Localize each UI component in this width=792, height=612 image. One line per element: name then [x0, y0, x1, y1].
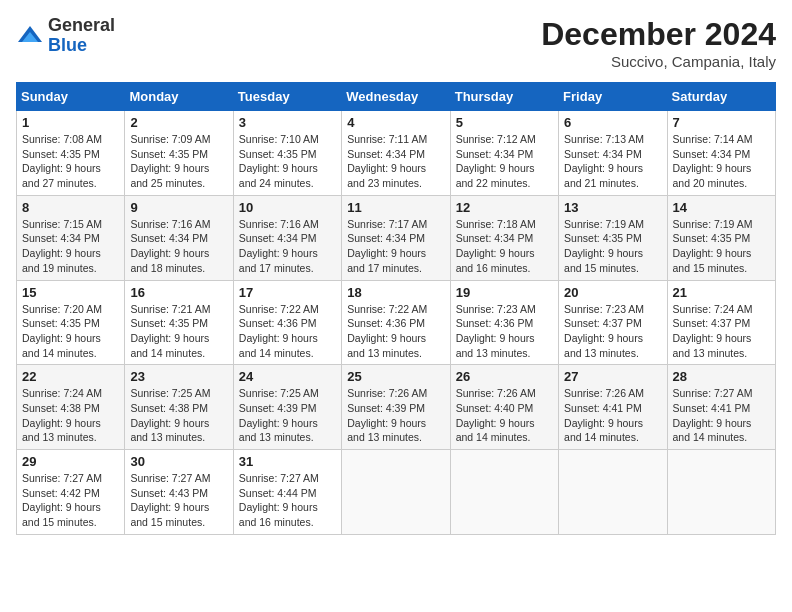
- day-info: Sunrise: 7:22 AMSunset: 4:36 PMDaylight:…: [347, 302, 444, 361]
- day-number: 7: [673, 115, 770, 130]
- calendar-cell: 5Sunrise: 7:12 AMSunset: 4:34 PMDaylight…: [450, 111, 558, 196]
- day-info: Sunrise: 7:26 AMSunset: 4:41 PMDaylight:…: [564, 386, 661, 445]
- day-info: Sunrise: 7:13 AMSunset: 4:34 PMDaylight:…: [564, 132, 661, 191]
- day-info: Sunrise: 7:16 AMSunset: 4:34 PMDaylight:…: [239, 217, 336, 276]
- day-info: Sunrise: 7:24 AMSunset: 4:37 PMDaylight:…: [673, 302, 770, 361]
- page-header: General Blue December 2024 Succivo, Camp…: [16, 16, 776, 70]
- calendar-cell: 4Sunrise: 7:11 AMSunset: 4:34 PMDaylight…: [342, 111, 450, 196]
- day-number: 20: [564, 285, 661, 300]
- day-number: 15: [22, 285, 119, 300]
- day-info: Sunrise: 7:10 AMSunset: 4:35 PMDaylight:…: [239, 132, 336, 191]
- day-info: Sunrise: 7:25 AMSunset: 4:39 PMDaylight:…: [239, 386, 336, 445]
- day-number: 21: [673, 285, 770, 300]
- calendar-cell: 26Sunrise: 7:26 AMSunset: 4:40 PMDayligh…: [450, 365, 558, 450]
- day-number: 2: [130, 115, 227, 130]
- title-block: December 2024 Succivo, Campania, Italy: [541, 16, 776, 70]
- day-number: 13: [564, 200, 661, 215]
- day-number: 3: [239, 115, 336, 130]
- weekday-header-wednesday: Wednesday: [342, 83, 450, 111]
- day-info: Sunrise: 7:15 AMSunset: 4:34 PMDaylight:…: [22, 217, 119, 276]
- weekday-header-thursday: Thursday: [450, 83, 558, 111]
- calendar-cell: 17Sunrise: 7:22 AMSunset: 4:36 PMDayligh…: [233, 280, 341, 365]
- calendar-cell: 14Sunrise: 7:19 AMSunset: 4:35 PMDayligh…: [667, 195, 775, 280]
- logo: General Blue: [16, 16, 115, 56]
- day-number: 18: [347, 285, 444, 300]
- day-info: Sunrise: 7:17 AMSunset: 4:34 PMDaylight:…: [347, 217, 444, 276]
- day-number: 6: [564, 115, 661, 130]
- day-number: 8: [22, 200, 119, 215]
- day-number: 25: [347, 369, 444, 384]
- calendar-cell: 7Sunrise: 7:14 AMSunset: 4:34 PMDaylight…: [667, 111, 775, 196]
- calendar-cell: 2Sunrise: 7:09 AMSunset: 4:35 PMDaylight…: [125, 111, 233, 196]
- page-title: December 2024: [541, 16, 776, 53]
- day-info: Sunrise: 7:19 AMSunset: 4:35 PMDaylight:…: [564, 217, 661, 276]
- day-info: Sunrise: 7:08 AMSunset: 4:35 PMDaylight:…: [22, 132, 119, 191]
- day-number: 9: [130, 200, 227, 215]
- logo-icon: [16, 22, 44, 50]
- calendar-cell: 20Sunrise: 7:23 AMSunset: 4:37 PMDayligh…: [559, 280, 667, 365]
- day-info: Sunrise: 7:21 AMSunset: 4:35 PMDaylight:…: [130, 302, 227, 361]
- day-number: 4: [347, 115, 444, 130]
- calendar-cell: 23Sunrise: 7:25 AMSunset: 4:38 PMDayligh…: [125, 365, 233, 450]
- calendar-cell: 13Sunrise: 7:19 AMSunset: 4:35 PMDayligh…: [559, 195, 667, 280]
- day-info: Sunrise: 7:27 AMSunset: 4:42 PMDaylight:…: [22, 471, 119, 530]
- calendar-cell: 8Sunrise: 7:15 AMSunset: 4:34 PMDaylight…: [17, 195, 125, 280]
- calendar-cell: 24Sunrise: 7:25 AMSunset: 4:39 PMDayligh…: [233, 365, 341, 450]
- day-info: Sunrise: 7:20 AMSunset: 4:35 PMDaylight:…: [22, 302, 119, 361]
- calendar-cell: [342, 450, 450, 535]
- day-info: Sunrise: 7:27 AMSunset: 4:41 PMDaylight:…: [673, 386, 770, 445]
- calendar-cell: 18Sunrise: 7:22 AMSunset: 4:36 PMDayligh…: [342, 280, 450, 365]
- calendar-cell: 16Sunrise: 7:21 AMSunset: 4:35 PMDayligh…: [125, 280, 233, 365]
- day-info: Sunrise: 7:23 AMSunset: 4:36 PMDaylight:…: [456, 302, 553, 361]
- day-info: Sunrise: 7:26 AMSunset: 4:39 PMDaylight:…: [347, 386, 444, 445]
- weekday-header-sunday: Sunday: [17, 83, 125, 111]
- page-subtitle: Succivo, Campania, Italy: [541, 53, 776, 70]
- calendar-cell: 30Sunrise: 7:27 AMSunset: 4:43 PMDayligh…: [125, 450, 233, 535]
- day-number: 5: [456, 115, 553, 130]
- day-info: Sunrise: 7:12 AMSunset: 4:34 PMDaylight:…: [456, 132, 553, 191]
- calendar-cell: 21Sunrise: 7:24 AMSunset: 4:37 PMDayligh…: [667, 280, 775, 365]
- day-number: 12: [456, 200, 553, 215]
- day-number: 19: [456, 285, 553, 300]
- day-number: 26: [456, 369, 553, 384]
- calendar-cell: 29Sunrise: 7:27 AMSunset: 4:42 PMDayligh…: [17, 450, 125, 535]
- day-number: 27: [564, 369, 661, 384]
- day-number: 24: [239, 369, 336, 384]
- weekday-header-tuesday: Tuesday: [233, 83, 341, 111]
- weekday-header-friday: Friday: [559, 83, 667, 111]
- day-info: Sunrise: 7:24 AMSunset: 4:38 PMDaylight:…: [22, 386, 119, 445]
- calendar-cell: 12Sunrise: 7:18 AMSunset: 4:34 PMDayligh…: [450, 195, 558, 280]
- calendar-cell: 11Sunrise: 7:17 AMSunset: 4:34 PMDayligh…: [342, 195, 450, 280]
- day-info: Sunrise: 7:11 AMSunset: 4:34 PMDaylight:…: [347, 132, 444, 191]
- calendar-cell: 19Sunrise: 7:23 AMSunset: 4:36 PMDayligh…: [450, 280, 558, 365]
- day-number: 29: [22, 454, 119, 469]
- calendar-cell: [667, 450, 775, 535]
- day-number: 28: [673, 369, 770, 384]
- calendar-cell: 3Sunrise: 7:10 AMSunset: 4:35 PMDaylight…: [233, 111, 341, 196]
- calendar-cell: 27Sunrise: 7:26 AMSunset: 4:41 PMDayligh…: [559, 365, 667, 450]
- calendar-cell: 22Sunrise: 7:24 AMSunset: 4:38 PMDayligh…: [17, 365, 125, 450]
- calendar: SundayMondayTuesdayWednesdayThursdayFrid…: [16, 82, 776, 535]
- day-info: Sunrise: 7:23 AMSunset: 4:37 PMDaylight:…: [564, 302, 661, 361]
- weekday-header-monday: Monday: [125, 83, 233, 111]
- calendar-cell: 25Sunrise: 7:26 AMSunset: 4:39 PMDayligh…: [342, 365, 450, 450]
- calendar-cell: 15Sunrise: 7:20 AMSunset: 4:35 PMDayligh…: [17, 280, 125, 365]
- day-info: Sunrise: 7:26 AMSunset: 4:40 PMDaylight:…: [456, 386, 553, 445]
- day-info: Sunrise: 7:18 AMSunset: 4:34 PMDaylight:…: [456, 217, 553, 276]
- day-info: Sunrise: 7:16 AMSunset: 4:34 PMDaylight:…: [130, 217, 227, 276]
- day-info: Sunrise: 7:27 AMSunset: 4:44 PMDaylight:…: [239, 471, 336, 530]
- calendar-cell: 31Sunrise: 7:27 AMSunset: 4:44 PMDayligh…: [233, 450, 341, 535]
- day-number: 23: [130, 369, 227, 384]
- day-number: 30: [130, 454, 227, 469]
- day-info: Sunrise: 7:27 AMSunset: 4:43 PMDaylight:…: [130, 471, 227, 530]
- day-number: 1: [22, 115, 119, 130]
- day-number: 31: [239, 454, 336, 469]
- calendar-cell: 9Sunrise: 7:16 AMSunset: 4:34 PMDaylight…: [125, 195, 233, 280]
- day-number: 16: [130, 285, 227, 300]
- logo-text: General Blue: [48, 16, 115, 56]
- day-number: 10: [239, 200, 336, 215]
- day-info: Sunrise: 7:22 AMSunset: 4:36 PMDaylight:…: [239, 302, 336, 361]
- day-number: 22: [22, 369, 119, 384]
- calendar-cell: 28Sunrise: 7:27 AMSunset: 4:41 PMDayligh…: [667, 365, 775, 450]
- day-number: 14: [673, 200, 770, 215]
